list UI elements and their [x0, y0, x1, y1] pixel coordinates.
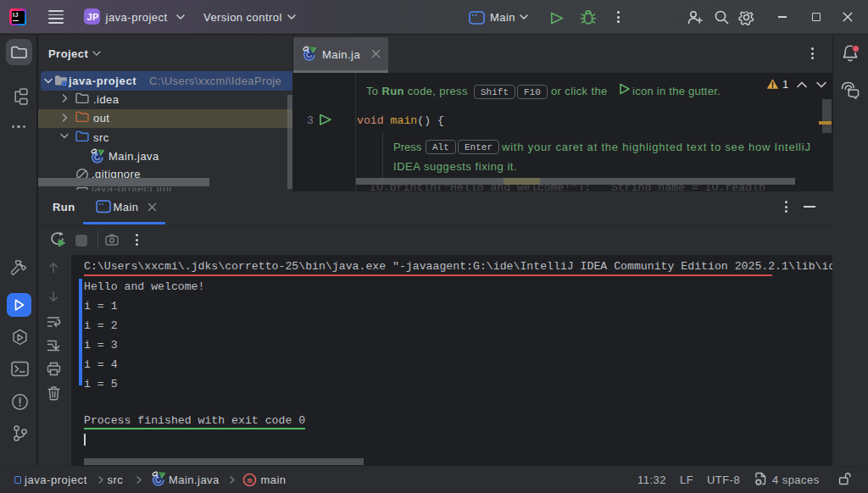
- svg-text:m: m: [248, 476, 253, 485]
